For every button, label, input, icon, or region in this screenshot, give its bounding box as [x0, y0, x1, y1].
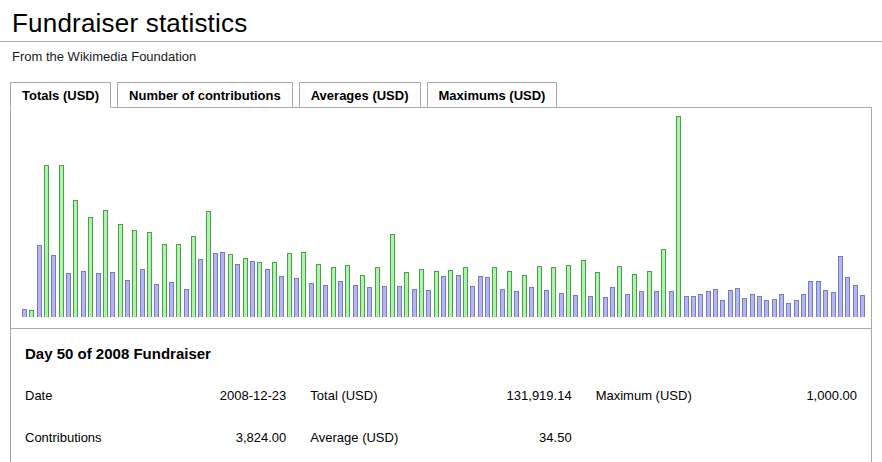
- chart-bar-blue[interactable]: [853, 285, 858, 317]
- chart-bar-green[interactable]: [434, 271, 439, 317]
- chart-bar-blue[interactable]: [588, 296, 593, 317]
- chart-bar-green[interactable]: [29, 310, 34, 317]
- chart-bar-green[interactable]: [404, 272, 409, 317]
- chart-bar-green[interactable]: [301, 252, 306, 317]
- chart-bar-green[interactable]: [73, 200, 78, 317]
- chart-bar-blue[interactable]: [625, 294, 630, 317]
- chart-bar-blue[interactable]: [51, 255, 56, 317]
- chart-bar-green[interactable]: [103, 210, 108, 317]
- chart-bar-blue[interactable]: [426, 290, 431, 317]
- chart-bar-green[interactable]: [419, 269, 424, 317]
- chart-bar-blue[interactable]: [684, 296, 689, 317]
- chart-bar-green[interactable]: [132, 230, 137, 317]
- chart-bar-blue[interactable]: [441, 276, 446, 317]
- chart-bar-blue[interactable]: [338, 281, 343, 317]
- chart-bar-blue[interactable]: [478, 276, 483, 317]
- chart-bar-blue[interactable]: [140, 269, 145, 317]
- chart-bar-blue[interactable]: [698, 294, 703, 317]
- chart-bar-green[interactable]: [88, 217, 93, 317]
- chart-bar-blue[interactable]: [610, 287, 615, 317]
- chart-bar-green[interactable]: [316, 264, 321, 317]
- chart-bar-blue[interactable]: [154, 284, 159, 317]
- chart-bar-green[interactable]: [448, 270, 453, 317]
- chart-bar-blue[interactable]: [772, 299, 777, 317]
- chart-bar-green[interactable]: [375, 267, 380, 317]
- chart-bar-blue[interactable]: [764, 300, 769, 317]
- chart-bar-blue[interactable]: [786, 303, 791, 317]
- chart-bar-blue[interactable]: [353, 285, 358, 317]
- chart-bar-blue[interactable]: [22, 309, 27, 317]
- chart-bar-blue[interactable]: [750, 294, 755, 317]
- chart-bar-blue[interactable]: [66, 273, 71, 317]
- chart-bar-blue[interactable]: [125, 280, 130, 317]
- chart-bar-blue[interactable]: [639, 291, 644, 317]
- chart-bar-blue[interactable]: [603, 297, 608, 317]
- chart-bar-green[interactable]: [162, 244, 167, 317]
- chart-bar-blue[interactable]: [845, 277, 850, 317]
- chart-bar-green[interactable]: [537, 266, 542, 317]
- chart-bar-green[interactable]: [390, 234, 395, 317]
- chart-bar-green[interactable]: [147, 232, 152, 317]
- chart-bar-blue[interactable]: [831, 292, 836, 317]
- chart-bar-blue[interactable]: [198, 259, 203, 317]
- chart-bar-green[interactable]: [632, 274, 637, 317]
- chart-bar-green[interactable]: [566, 265, 571, 317]
- chart-bar-blue[interactable]: [669, 291, 674, 317]
- chart-bar-blue[interactable]: [470, 286, 475, 317]
- chart-bar-blue[interactable]: [250, 261, 255, 317]
- chart-bar-green[interactable]: [463, 267, 468, 317]
- chart-bar-blue[interactable]: [720, 300, 725, 317]
- tab-maximums-usd[interactable]: Maximums (USD): [427, 82, 558, 108]
- chart-bar-blue[interactable]: [514, 291, 519, 317]
- chart-bar-green[interactable]: [345, 265, 350, 317]
- chart-bar-blue[interactable]: [735, 288, 740, 317]
- chart-bar-blue[interactable]: [37, 245, 42, 317]
- chart-bar-blue[interactable]: [397, 286, 402, 317]
- chart-bar-blue[interactable]: [81, 271, 86, 317]
- tab-number-of-contributions[interactable]: Number of contributions: [117, 82, 293, 108]
- chart-bar-blue[interactable]: [265, 269, 270, 317]
- chart-bar-green[interactable]: [243, 258, 248, 317]
- chart-bar-blue[interactable]: [779, 294, 784, 317]
- chart-bar-blue[interactable]: [213, 253, 218, 317]
- chart-bar-blue[interactable]: [860, 295, 865, 317]
- chart-bar-green[interactable]: [595, 272, 600, 317]
- chart-bar-blue[interactable]: [323, 285, 328, 317]
- chart-bar-green[interactable]: [176, 244, 181, 317]
- chart-bar-green[interactable]: [522, 275, 527, 317]
- chart-bar-blue[interactable]: [691, 296, 696, 317]
- chart-bar-green[interactable]: [647, 271, 652, 317]
- chart-bar-green[interactable]: [617, 266, 622, 317]
- chart-bar-green[interactable]: [507, 271, 512, 317]
- chart-bar-blue[interactable]: [794, 300, 799, 317]
- chart-bar-green[interactable]: [331, 267, 336, 317]
- chart-bar-blue[interactable]: [544, 290, 549, 317]
- chart-bar-green[interactable]: [551, 267, 556, 317]
- chart-bar-green[interactable]: [661, 249, 666, 317]
- chart-bar-blue[interactable]: [309, 283, 314, 317]
- chart-bar-blue[interactable]: [713, 289, 718, 317]
- chart-bar-blue[interactable]: [500, 289, 505, 317]
- chart-bar-green[interactable]: [257, 262, 262, 317]
- tab-averages-usd[interactable]: Averages (USD): [299, 82, 421, 108]
- chart-bar-blue[interactable]: [757, 296, 762, 317]
- chart-bar-green[interactable]: [118, 224, 123, 317]
- chart-bar-blue[interactable]: [808, 281, 813, 317]
- chart-bar-green[interactable]: [59, 165, 64, 317]
- chart-bar-blue[interactable]: [294, 278, 299, 317]
- tab-totals-usd[interactable]: Totals (USD): [10, 82, 111, 108]
- chart-bar-blue[interactable]: [529, 287, 534, 317]
- chart-bar-green[interactable]: [272, 262, 277, 317]
- chart-bar-blue[interactable]: [169, 282, 174, 317]
- chart-bar-blue[interactable]: [184, 289, 189, 317]
- chart-bar-green[interactable]: [191, 236, 196, 317]
- chart-bar-blue[interactable]: [485, 277, 490, 317]
- chart-bar-blue[interactable]: [382, 286, 387, 317]
- chart-bar-blue[interactable]: [801, 294, 806, 317]
- chart-bar-green[interactable]: [360, 275, 365, 317]
- chart-bar-green[interactable]: [287, 253, 292, 317]
- chart-bar-green[interactable]: [492, 267, 497, 317]
- chart-bar-blue[interactable]: [235, 264, 240, 317]
- chart-bar-blue[interactable]: [559, 293, 564, 317]
- chart-bar-green[interactable]: [44, 165, 49, 317]
